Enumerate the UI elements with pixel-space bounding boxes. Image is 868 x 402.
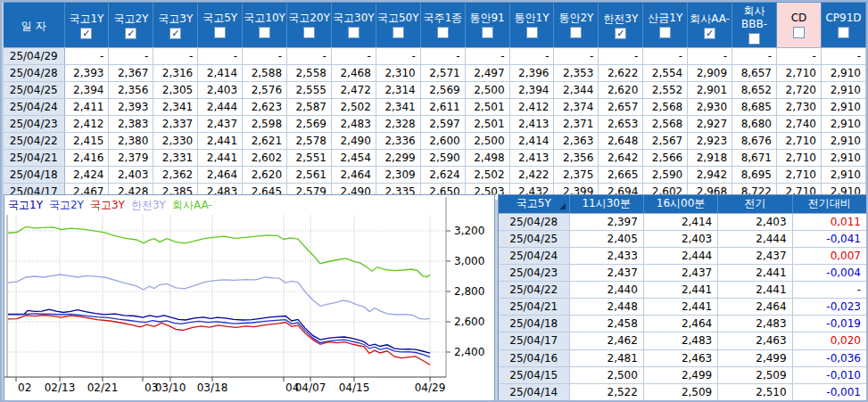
column-header[interactable]: 통안91 bbox=[465, 3, 509, 48]
header-checkbox[interactable]: ✓ bbox=[80, 28, 92, 39]
yield-cell: 2,437 bbox=[198, 116, 243, 133]
header-checkbox[interactable]: ✓ bbox=[169, 28, 181, 39]
yield-cell: 2,305 bbox=[153, 82, 198, 99]
header-checkbox[interactable] bbox=[214, 27, 226, 38]
y-axis-label: 2,400 bbox=[454, 346, 484, 358]
legend-item[interactable]: 회사AA- bbox=[172, 199, 212, 211]
legend-item[interactable]: 한전3Y bbox=[131, 199, 166, 211]
table-row[interactable]: 25/04/182,4242,4032,3622,4642,6202,5612,… bbox=[4, 167, 866, 184]
header-checkbox[interactable] bbox=[570, 27, 582, 38]
column-header[interactable]: 국고1Y✓ bbox=[64, 3, 109, 48]
detail-date-cell: 25/04/28 bbox=[499, 213, 569, 230]
yield-cell: 2,403 bbox=[109, 167, 153, 184]
detail-row[interactable]: 25/04/222,4402,4412,441- bbox=[499, 282, 867, 299]
detail-date-cell: 25/04/15 bbox=[499, 366, 569, 383]
yield-cell: 2,622 bbox=[599, 65, 643, 82]
yield-cell: 2,910 bbox=[821, 167, 865, 184]
header-checkbox[interactable] bbox=[526, 27, 538, 38]
yield-cell: 2,422 bbox=[509, 167, 554, 184]
legend-item[interactable]: 국고3Y bbox=[90, 199, 125, 211]
yield-cell: 2,910 bbox=[821, 133, 865, 150]
column-header[interactable]: 국고20Y bbox=[287, 3, 332, 48]
detail-title: 국고5Y bbox=[517, 197, 551, 209]
detail-column-header[interactable]: 11시30분 bbox=[569, 195, 643, 213]
column-header[interactable]: 한전3Y✓ bbox=[599, 3, 643, 48]
column-header[interactable]: 통안2Y bbox=[554, 3, 599, 48]
yield-cell: 2,602 bbox=[243, 150, 287, 167]
column-header[interactable]: 산금1Y bbox=[643, 3, 688, 48]
main-yield-table: 일 자국고1Y✓국고2Y✓국고3Y✓국고5Y국고10Y국고20Y국고30Y국고5… bbox=[4, 2, 866, 201]
table-row[interactable]: 25/04/282,3932,3672,3162,4142,5882,5582,… bbox=[4, 65, 866, 82]
detail-column-header[interactable]: 전기대비 bbox=[792, 195, 866, 213]
column-header[interactable]: 국주1종 bbox=[420, 3, 465, 48]
detail-column-header[interactable]: 전기 bbox=[718, 195, 792, 213]
yield-cell: - bbox=[198, 48, 243, 65]
detail-row[interactable]: 25/04/252,4052,4032,444-0,041 bbox=[499, 230, 867, 247]
detail-row[interactable]: 25/04/212,4482,4412,464-0,023 bbox=[499, 299, 867, 316]
detail-value-cell: 2,509 bbox=[718, 366, 792, 383]
yield-cell: 2,642 bbox=[599, 150, 643, 167]
column-header[interactable]: 통안1Y bbox=[509, 3, 554, 48]
detail-row[interactable]: 25/04/242,4332,4442,4370,007 bbox=[499, 247, 867, 264]
header-checkbox[interactable] bbox=[259, 27, 270, 38]
detail-row[interactable]: 25/04/142,5222,5092,510-0,001 bbox=[499, 383, 867, 400]
column-header-label: 국고30Y bbox=[332, 10, 376, 25]
column-header[interactable]: CP91D bbox=[821, 3, 865, 48]
header-checkbox[interactable] bbox=[793, 27, 805, 38]
table-row[interactable]: 25/04/29------------------ bbox=[4, 48, 866, 65]
detail-value-cell: 2,448 bbox=[569, 299, 643, 316]
column-header[interactable]: 국고50Y bbox=[376, 3, 420, 48]
header-checkbox[interactable] bbox=[437, 27, 449, 38]
detail-row[interactable]: 25/04/162,4812,4632,499-0,036 bbox=[499, 349, 867, 366]
column-header[interactable]: 국고10Y bbox=[243, 3, 287, 48]
legend-item[interactable]: 국고1Y bbox=[8, 199, 43, 211]
table-row[interactable]: 25/04/212,4162,3792,3312,4412,6022,5512,… bbox=[4, 150, 866, 167]
table-row[interactable]: 25/04/232,4122,3832,3372,4372,5982,5692,… bbox=[4, 116, 866, 133]
header-checkbox[interactable] bbox=[393, 27, 404, 38]
detail-row[interactable]: 25/04/282,3972,4142,4030,011 bbox=[499, 213, 867, 230]
detail-date-cell: 25/04/16 bbox=[499, 349, 569, 366]
header-checkbox[interactable]: ✓ bbox=[704, 28, 715, 39]
header-checkbox[interactable] bbox=[303, 27, 315, 38]
header-checkbox[interactable] bbox=[482, 27, 493, 38]
column-header-label: 한전3Y bbox=[599, 11, 642, 26]
header-checkbox[interactable] bbox=[659, 27, 671, 38]
header-checkbox[interactable] bbox=[348, 27, 360, 38]
column-header[interactable]: 회사AA-✓ bbox=[688, 3, 732, 48]
header-checkbox[interactable] bbox=[838, 27, 849, 38]
yield-cell: 2,464 bbox=[198, 167, 243, 184]
detail-value-cell: 2,458 bbox=[569, 316, 643, 332]
yield-cell: - bbox=[376, 48, 420, 65]
date-cell: 25/04/25 bbox=[4, 82, 64, 99]
series-line bbox=[8, 226, 430, 276]
column-header[interactable]: 국고30Y bbox=[331, 3, 376, 48]
yield-cell: 2,569 bbox=[287, 116, 332, 133]
yield-cell: 8,652 bbox=[732, 82, 777, 99]
yield-cell: 2,710 bbox=[777, 150, 822, 167]
legend-item[interactable]: 국고2Y bbox=[49, 199, 84, 211]
header-checkbox[interactable]: ✓ bbox=[125, 28, 136, 39]
detail-title-header[interactable]: 국고5Y bbox=[499, 195, 569, 213]
yield-cell: 2,363 bbox=[554, 133, 599, 150]
date-column-header[interactable]: 일 자 bbox=[4, 3, 64, 48]
detail-column-header[interactable]: 16시00분 bbox=[643, 195, 717, 213]
column-header[interactable]: 국고3Y✓ bbox=[153, 3, 198, 48]
header-checkbox[interactable]: ✓ bbox=[615, 28, 626, 39]
detail-row[interactable]: 25/04/152,5002,4992,509-0,010 bbox=[499, 366, 867, 383]
detail-row[interactable]: 25/04/172,4622,4832,4630,020 bbox=[499, 332, 867, 349]
table-row[interactable]: 25/04/222,4152,3802,3302,4412,6212,5782,… bbox=[4, 133, 866, 150]
column-header[interactable]: 회사BBB- bbox=[732, 3, 777, 48]
yield-cell: 2,424 bbox=[64, 167, 109, 184]
column-header[interactable]: CD bbox=[777, 3, 822, 48]
table-row[interactable]: 25/04/242,4112,3932,3412,4442,6232,5872,… bbox=[4, 99, 866, 116]
yield-cell: - bbox=[243, 48, 287, 65]
detail-row[interactable]: 25/04/232,4372,4372,441-0,004 bbox=[499, 264, 867, 281]
yield-cell: 2,444 bbox=[198, 99, 243, 116]
sort-icon[interactable] bbox=[559, 203, 566, 209]
table-row[interactable]: 25/04/252,3942,3562,3052,4032,5762,5552,… bbox=[4, 82, 866, 99]
checkbox-check-icon: ✓ bbox=[127, 29, 135, 38]
column-header[interactable]: 국고5Y bbox=[198, 3, 243, 48]
column-header[interactable]: 국고2Y✓ bbox=[109, 3, 153, 48]
detail-row[interactable]: 25/04/182,4582,4642,483-0,019 bbox=[499, 316, 867, 332]
header-checkbox[interactable] bbox=[748, 33, 760, 45]
